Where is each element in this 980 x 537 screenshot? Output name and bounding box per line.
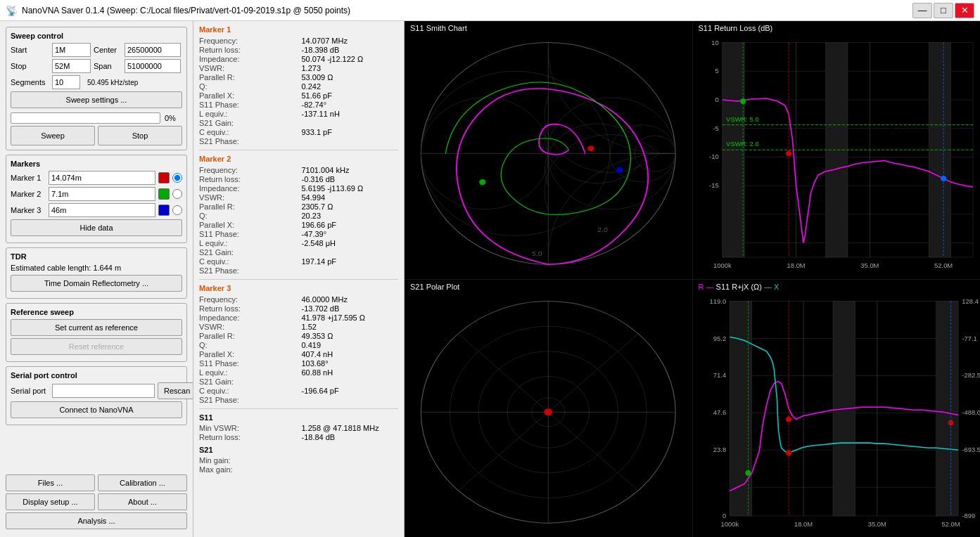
svg-text:35.0M: 35.0M <box>860 262 879 269</box>
display-setup-button[interactable]: Display setup ... <box>6 493 95 510</box>
m3-rl-label: Return loss: <box>199 304 296 313</box>
sweep-settings-button[interactable]: Sweep settings ... <box>11 91 182 108</box>
tdr-button[interactable]: Time Domain Reflectometry ... <box>11 275 182 292</box>
close-button[interactable]: ✕ <box>955 3 974 18</box>
m1-ceq-label: C equiv.: <box>199 128 296 136</box>
marker1-label: Marker 1 <box>11 174 46 182</box>
m2-px-value: 196.66 pF <box>302 221 399 229</box>
return-loss-title: S11 Return Loss (dB) <box>699 24 773 32</box>
segments-input[interactable] <box>52 75 80 89</box>
m1-vswr-value: 1.273 <box>302 64 399 72</box>
markers-group: Markers Marker 1 Marker 2 Marker 3 Hide … <box>6 155 187 243</box>
files-button[interactable]: Files ... <box>6 474 95 491</box>
m2-leq-label: L equiv.: <box>199 239 296 247</box>
svg-point-62 <box>544 408 552 415</box>
m3-vswr-label: VSWR: <box>199 323 296 331</box>
m1-s11ph-value: -82.74° <box>302 101 399 109</box>
stop-label: Stop <box>11 62 49 70</box>
return-loss-svg: 10 5 0 -5 -10 -15 1000k 18.0M 35.0M 52.0… <box>693 21 981 279</box>
calibration-button[interactable]: Calibration ... <box>98 474 187 491</box>
svg-text:-282.5: -282.5 <box>962 372 980 379</box>
m2-s21g-label: S21 Gain: <box>199 248 296 257</box>
sweep-control-title: Sweep control <box>11 32 182 40</box>
m1-s11ph-label: S11 Phase: <box>199 101 296 109</box>
m1-vswr-label: VSWR: <box>199 64 296 72</box>
analysis-button[interactable]: Analysis ... <box>6 512 187 529</box>
svg-text:-5: -5 <box>713 125 718 132</box>
marker1-color <box>158 172 170 183</box>
left-panel: Sweep control Start Center Stop Span Seg… <box>0 21 193 537</box>
svg-text:-899: -899 <box>962 512 975 519</box>
smith-chart-title: S11 Smith Chart <box>410 24 467 32</box>
s21-maxgain-value <box>302 465 399 474</box>
rescan-button[interactable]: Rescan <box>158 382 193 399</box>
serial-port-title: Serial port control <box>11 371 182 380</box>
about-button[interactable]: About ... <box>98 493 187 510</box>
return-loss-panel: S11 Return Loss (dB) <box>693 21 981 279</box>
svg-text:-77.1: -77.1 <box>962 335 976 342</box>
hide-data-button[interactable]: Hide data <box>11 219 182 236</box>
sweep-button[interactable]: Sweep <box>11 126 95 145</box>
maximize-button[interactable]: □ <box>934 3 953 18</box>
marker1-data-grid: Frequency: 14.0707 MHz Return loss: -18.… <box>199 37 398 145</box>
sweep-control-group: Sweep control Start Center Stop Span Seg… <box>6 27 187 150</box>
stop-button[interactable]: Stop <box>98 126 182 145</box>
reset-reference-button[interactable]: Reset reference <box>11 338 182 355</box>
s21-title: S21 <box>199 446 398 454</box>
stop-input[interactable] <box>52 59 91 73</box>
m1-rl-label: Return loss: <box>199 46 296 54</box>
svg-text:52.0M: 52.0M <box>934 262 953 269</box>
m2-rl-value: -0.316 dB <box>302 175 399 183</box>
marker3-radio[interactable] <box>172 205 182 215</box>
marker3-input[interactable] <box>49 203 155 217</box>
marker1-radio[interactable] <box>172 173 182 183</box>
svg-text:2.0: 2.0 <box>597 226 608 233</box>
reference-sweep-group: Reference sweep Set current as reference… <box>6 303 187 362</box>
bottom-buttons: Files ... Calibration ... Display setup … <box>6 472 187 531</box>
start-label: Start <box>11 46 49 54</box>
center-input[interactable] <box>125 43 181 57</box>
marker2-label: Marker 2 <box>11 190 46 198</box>
step-label: 50.495 kHz/step <box>87 79 138 86</box>
m3-s11ph-label: S11 Phase: <box>199 359 296 368</box>
m1-pr-value: 53.009 Ω <box>302 73 399 82</box>
start-input[interactable] <box>52 43 91 57</box>
marker2-input[interactable] <box>49 187 155 201</box>
svg-text:18.0M: 18.0M <box>787 262 805 269</box>
connect-button[interactable]: Connect to NanoVNA <box>11 401 182 418</box>
m3-s21ph-label: S21 Phase: <box>199 396 296 404</box>
m3-s21g-label: S21 Gain: <box>199 377 296 386</box>
m3-px-label: Parallel X: <box>199 350 296 358</box>
marker2-color <box>158 188 170 200</box>
svg-text:95.2: 95.2 <box>713 335 725 342</box>
svg-point-51 <box>940 176 946 181</box>
svg-text:-693.5: -693.5 <box>962 446 980 453</box>
m1-s21g-value <box>302 119 399 127</box>
cable-length-row: Estimated cable length: 1.644 m <box>11 264 182 272</box>
marker1-data-title: Marker 1 <box>199 25 398 34</box>
m1-leq-value: -137.11 nH <box>302 110 399 118</box>
s21-summary: S21 Min gain: Max gain: <box>199 446 398 474</box>
serial-port-input[interactable] <box>52 384 155 398</box>
marker-data-panel: Marker 1 Frequency: 14.0707 MHz Return l… <box>193 21 405 537</box>
m3-q-label: Q: <box>199 341 296 349</box>
svg-rect-75 <box>730 301 751 515</box>
minimize-button[interactable]: — <box>912 3 932 18</box>
s21-data-grid: Min gain: Max gain: <box>199 456 398 474</box>
svg-point-12 <box>479 179 485 185</box>
m2-rl-label: Return loss: <box>199 175 296 183</box>
m2-vswr-value: 54.994 <box>302 193 399 202</box>
svg-text:VSWR: 2.0: VSWR: 2.0 <box>726 141 759 148</box>
span-input[interactable] <box>125 59 181 73</box>
marker1-input[interactable] <box>49 171 155 185</box>
m2-pr-label: Parallel R: <box>199 202 296 211</box>
m2-vswr-label: VSWR: <box>199 193 296 202</box>
marker2-radio[interactable] <box>172 189 182 199</box>
m2-leq-value: -2.548 μH <box>302 239 399 247</box>
progress-label: 0% <box>165 114 182 122</box>
s21-mingain-value <box>302 456 399 465</box>
set-reference-button[interactable]: Set current as reference <box>11 319 182 336</box>
window-title: NanoVNA Saver 0.1.4 (Sweep: C:/Local fil… <box>22 6 350 15</box>
m3-ceq-value: -196.64 pF <box>302 387 399 395</box>
m3-s21g-value <box>302 377 399 386</box>
